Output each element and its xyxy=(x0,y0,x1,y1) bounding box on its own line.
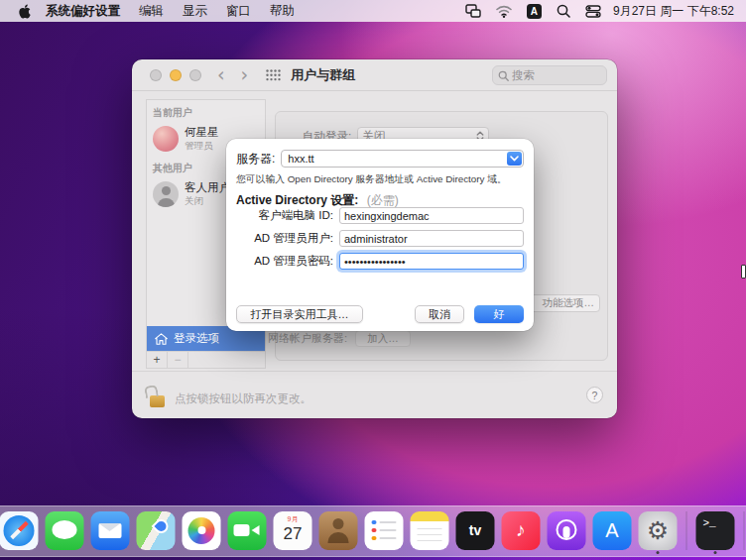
server-combo-field[interactable]: hxx.tt xyxy=(281,150,524,168)
running-indicator xyxy=(657,551,660,554)
dock-calendar[interactable]: 9月27 xyxy=(274,511,312,555)
calendar-month: 9月 xyxy=(274,514,312,524)
search-field[interactable] xyxy=(492,65,607,85)
dock-terminal[interactable]: >_ xyxy=(696,511,735,555)
ok-button[interactable]: 好 xyxy=(474,305,524,323)
accessibility-options-button[interactable]: 功能选项… xyxy=(523,294,600,312)
dock: 9月27 tv ♪ A ⚙ >_ xyxy=(0,505,746,558)
dock-system-preferences[interactable]: ⚙ xyxy=(639,511,678,555)
server-label: 服务器: xyxy=(236,151,275,168)
dock-contacts[interactable] xyxy=(319,511,358,555)
admin-user-label: AD 管理员用户: xyxy=(236,231,333,246)
back-icon[interactable]: ‹ xyxy=(217,65,225,84)
admin-password-row: AD 管理员密码: xyxy=(236,253,524,270)
help-button[interactable]: ? xyxy=(586,387,603,403)
search-icon xyxy=(498,70,509,81)
network-server-label: 网络帐户服务器: xyxy=(268,331,347,346)
mouse-cursor xyxy=(741,265,746,279)
remove-user-button[interactable]: − xyxy=(168,352,188,368)
current-user-name: 何星星 xyxy=(185,125,219,140)
server-help-text: 您可以输入 Open Directory 服务器地址或 Active Direc… xyxy=(236,173,507,186)
lock-area: 点按锁按钮以防再次更改。 xyxy=(150,387,311,407)
admin-password-label: AD 管理员密码: xyxy=(236,254,333,269)
messages-icon xyxy=(46,511,84,550)
spotlight-icon[interactable] xyxy=(557,4,570,18)
dock-notes[interactable] xyxy=(411,511,449,555)
apple-menu-icon[interactable] xyxy=(18,4,32,19)
dock-safari[interactable] xyxy=(0,511,39,555)
users-groups-window: ‹ › 用户与群组 当前用户 何星星 管理员 其他用户 客人用户 关闭 xyxy=(132,59,617,418)
window-titlebar[interactable]: ‹ › 用户与群组 xyxy=(132,59,617,91)
dock-music[interactable]: ♪ xyxy=(502,511,541,555)
status-icons: A xyxy=(465,4,601,19)
menu-view[interactable]: 显示 xyxy=(183,3,207,20)
wifi-icon[interactable] xyxy=(496,5,512,18)
menu-app-name[interactable]: 系统偏好设置 xyxy=(46,3,120,20)
music-icon: ♪ xyxy=(502,511,541,550)
menu-help[interactable]: 帮助 xyxy=(270,3,295,20)
show-all-grid-icon[interactable] xyxy=(266,69,281,81)
dock-appstore[interactable]: A xyxy=(593,511,632,555)
ad-required-label: (必需) xyxy=(367,193,399,207)
notes-icon xyxy=(411,511,449,550)
bottom-divider xyxy=(132,371,617,372)
client-id-row: 客户端电脑 ID: xyxy=(236,207,524,224)
join-button[interactable]: 加入… xyxy=(355,330,411,347)
screen-mirroring-icon[interactable] xyxy=(465,4,481,18)
client-id-input[interactable] xyxy=(339,207,524,224)
current-user-role: 管理员 xyxy=(185,140,219,153)
zoom-button[interactable] xyxy=(189,69,201,81)
chevron-down-icon xyxy=(510,156,519,162)
cancel-button[interactable]: 取消 xyxy=(415,305,464,323)
guest-user-status: 关闭 xyxy=(185,195,230,208)
network-account-server-row: 网络帐户服务器: 加入… xyxy=(268,330,411,347)
dock-reminders[interactable] xyxy=(365,511,404,555)
minimize-button[interactable] xyxy=(170,69,182,81)
menu-edit[interactable]: 编辑 xyxy=(139,3,164,20)
dock-messages[interactable] xyxy=(46,511,84,555)
dock-photos[interactable] xyxy=(183,511,221,555)
search-input[interactable] xyxy=(512,69,591,81)
dock-facetime[interactable] xyxy=(228,511,267,555)
traffic-lights xyxy=(150,69,201,81)
terminal-icon: >_ xyxy=(696,511,735,550)
guest-user-name: 客人用户 xyxy=(185,180,230,195)
control-center-icon[interactable] xyxy=(585,5,601,18)
podcasts-icon xyxy=(548,511,586,550)
admin-user-input[interactable] xyxy=(339,230,524,247)
apple-tv-icon: tv xyxy=(456,511,495,550)
forward-icon[interactable]: › xyxy=(241,65,249,84)
admin-password-input[interactable] xyxy=(339,253,524,270)
page-title: 用户与群组 xyxy=(291,66,355,84)
add-user-button[interactable]: + xyxy=(147,352,168,368)
server-dropdown-button[interactable] xyxy=(507,152,522,166)
open-directory-utility-button[interactable]: 打开目录实用工具… xyxy=(236,305,363,323)
ad-fields: 客户端电脑 ID: AD 管理员用户: AD 管理员密码: xyxy=(236,207,524,270)
login-options-label: 登录选项 xyxy=(174,331,219,346)
menu-bar-clock[interactable]: 9月27日 周一 下午8:52 xyxy=(613,3,734,20)
calendar-icon: 9月27 xyxy=(274,511,312,550)
mail-icon xyxy=(91,511,130,550)
dock-maps[interactable] xyxy=(137,511,176,555)
sheet-buttons: 打开目录实用工具… 取消 好 xyxy=(236,305,524,323)
facetime-icon xyxy=(228,511,267,550)
input-source-icon[interactable]: A xyxy=(527,4,542,19)
dock-divider xyxy=(686,511,687,550)
gear-icon: ⚙ xyxy=(639,511,678,550)
client-id-label: 客户端电脑 ID: xyxy=(236,208,333,223)
unlocked-padlock-icon[interactable] xyxy=(150,395,165,407)
server-value: hxx.tt xyxy=(283,153,507,165)
dock-divider xyxy=(744,511,745,550)
guest-avatar xyxy=(153,181,179,207)
close-button[interactable] xyxy=(150,69,162,81)
dock-mail[interactable] xyxy=(91,511,130,555)
app-store-icon: A xyxy=(593,511,632,550)
menu-window[interactable]: 窗口 xyxy=(226,3,251,20)
dock-podcasts[interactable] xyxy=(548,511,586,555)
directory-server-sheet: 服务器: hxx.tt 您可以输入 Open Directory 服务器地址或 … xyxy=(226,139,534,331)
admin-user-row: AD 管理员用户: xyxy=(236,230,524,247)
dock-tv[interactable]: tv xyxy=(456,511,495,555)
contacts-icon xyxy=(319,511,358,550)
house-icon xyxy=(155,333,168,345)
lock-hint-text: 点按锁按钮以防再次更改。 xyxy=(175,392,311,407)
